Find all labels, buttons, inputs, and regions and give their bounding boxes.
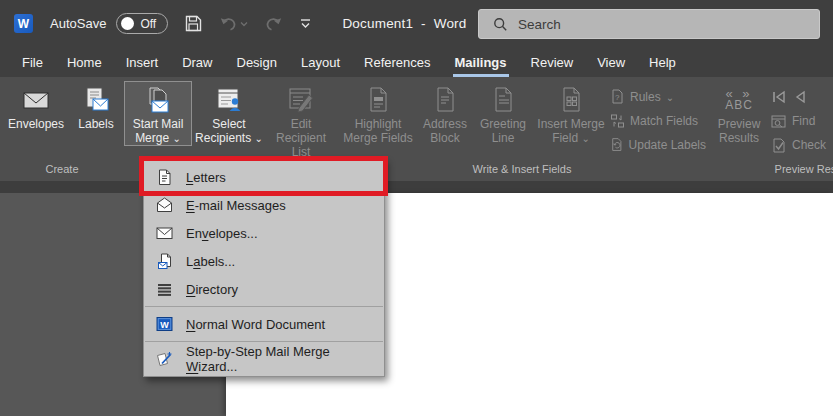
- address-block-label: Address Block: [416, 117, 474, 145]
- first-record-icon[interactable]: [771, 90, 787, 104]
- preview-results-button[interactable]: « » ABC Preview Results: [710, 81, 768, 145]
- undo-dropdown-chevron-icon[interactable]: [240, 21, 248, 27]
- document-canvas: [0, 193, 833, 416]
- group-label-write-insert-fields: Write & Insert Fields: [338, 162, 706, 181]
- preview-results-icon: « » ABC: [725, 83, 753, 117]
- tab-review[interactable]: Review: [519, 47, 586, 77]
- address-block-button[interactable]: Address Block: [416, 81, 474, 145]
- find-recipient-button[interactable]: Find: [771, 109, 826, 133]
- autosave-state: Off: [140, 17, 156, 31]
- word-app-icon[interactable]: W: [14, 14, 33, 33]
- insert-merge-field-icon: [556, 83, 586, 117]
- preview-nav-buttons: Find Check: [771, 81, 826, 157]
- redo-icon: [264, 16, 283, 32]
- previous-record-icon[interactable]: [793, 90, 806, 104]
- group-label-create: Create: [4, 162, 120, 181]
- directory-list-icon: [156, 281, 173, 298]
- search-icon: [493, 17, 508, 32]
- check-for-errors-label: Check: [792, 138, 826, 152]
- chevron-down-icon: ⌄: [254, 133, 262, 144]
- tab-layout[interactable]: Layout: [289, 47, 352, 77]
- save-button[interactable]: [184, 14, 203, 33]
- word-document-icon: W: [156, 316, 173, 333]
- check-for-errors-icon: [771, 138, 787, 153]
- autosave-label: AutoSave: [50, 16, 106, 31]
- highlight-merge-fields-button[interactable]: Highlight Merge Fields: [340, 81, 416, 145]
- envelope-icon: [21, 83, 51, 117]
- insert-merge-field-label: Insert Merge Field: [537, 117, 604, 145]
- quick-access-toolbar-chevron-icon[interactable]: [299, 19, 312, 29]
- match-fields-button[interactable]: Match Fields: [610, 109, 706, 133]
- tab-draw[interactable]: Draw: [170, 47, 224, 77]
- start-mail-merge-button[interactable]: Start Mail Merge ⌄: [124, 81, 192, 146]
- titlebar: W AutoSave Off Document1 - Word: [0, 0, 833, 47]
- envelope-icon: [156, 225, 173, 242]
- tab-insert[interactable]: Insert: [114, 47, 171, 77]
- ribbon-bottom-shadow: [0, 181, 833, 193]
- update-labels-button[interactable]: Update Labels: [610, 133, 706, 157]
- tab-mailings[interactable]: Mailings: [443, 47, 519, 77]
- rules-icon: ?: [610, 89, 625, 105]
- edit-recipient-list-label: Edit Recipient List: [266, 117, 336, 159]
- undo-button[interactable]: [219, 16, 238, 32]
- undo-icon: [219, 16, 238, 32]
- menu-separator: [145, 306, 383, 307]
- tab-file[interactable]: File: [10, 47, 55, 77]
- update-labels-icon: [610, 137, 624, 153]
- autosave-toggle[interactable]: Off: [116, 13, 168, 34]
- check-for-errors-button[interactable]: Check: [771, 133, 826, 157]
- match-fields-label: Match Fields: [630, 114, 698, 128]
- tab-home[interactable]: Home: [55, 47, 114, 77]
- highlight-merge-fields-icon: [363, 83, 393, 117]
- greeting-line-button[interactable]: Greeting Line: [474, 81, 532, 145]
- write-insert-small-buttons: ? Rules ⌄ Match Fields Update Labels: [610, 81, 706, 157]
- select-recipients-icon: [214, 83, 244, 117]
- envelopes-button[interactable]: Envelopes: [4, 81, 68, 131]
- menu-item-step-by-step-wizard[interactable]: Step-by-Step Mail Merge Wizard...: [144, 345, 384, 373]
- find-recipient-label: Find: [792, 114, 815, 128]
- envelopes-label: Envelopes: [8, 117, 64, 131]
- insert-merge-field-button[interactable]: Insert Merge Field ⌄: [532, 81, 610, 146]
- find-recipient-icon: [771, 114, 787, 129]
- update-labels-label: Update Labels: [629, 138, 706, 152]
- start-mail-merge-icon: [143, 83, 173, 117]
- group-write-insert-fields: Highlight Merge Fields Address Block Gre…: [338, 77, 706, 181]
- edit-recipient-list-button[interactable]: Edit Recipient List: [266, 81, 336, 159]
- rules-button[interactable]: ? Rules ⌄: [610, 85, 706, 109]
- select-recipients-label: Select Recipients: [195, 117, 251, 145]
- menu-separator: [145, 341, 383, 342]
- search-input[interactable]: [518, 17, 788, 32]
- menu-item-directory[interactable]: Directory: [144, 275, 384, 303]
- word-window: W AutoSave Off Document1 - Word File Hom: [0, 0, 833, 416]
- highlight-box: [139, 156, 388, 196]
- menu-item-envelopes[interactable]: Envelopes...: [144, 219, 384, 247]
- group-create: Envelopes Labels Create: [4, 77, 120, 181]
- tab-references[interactable]: References: [352, 47, 442, 77]
- rules-label: Rules: [630, 90, 661, 104]
- save-icon: [184, 14, 203, 33]
- toggle-knob-icon: [121, 17, 134, 30]
- highlight-merge-fields-label: Highlight Merge Fields: [340, 117, 416, 145]
- svg-text:?: ?: [615, 93, 620, 102]
- greeting-line-label: Greeting Line: [474, 117, 532, 145]
- preview-results-label: Preview Results: [710, 117, 768, 145]
- group-label-preview-results: Preview Results: [708, 162, 833, 181]
- address-block-icon: [430, 83, 460, 117]
- menu-item-labels[interactable]: Labels...: [144, 247, 384, 275]
- search-box[interactable]: [478, 9, 820, 39]
- labels-icon: [81, 83, 111, 117]
- mail-merge-wizard-icon: [156, 351, 173, 368]
- chevron-down-icon: ⌄: [172, 133, 180, 144]
- redo-button[interactable]: [264, 16, 283, 32]
- tab-design[interactable]: Design: [225, 47, 289, 77]
- label-page-envelope-icon: [156, 253, 173, 270]
- document-title: Document1 - Word: [342, 16, 466, 31]
- menu-item-normal-word-document[interactable]: W Normal Word Document: [144, 310, 384, 338]
- ribbon-tabs: File Home Insert Draw Design Layout Refe…: [0, 47, 833, 77]
- select-recipients-button[interactable]: Select Recipients ⌄: [192, 81, 266, 146]
- tab-view[interactable]: View: [585, 47, 637, 77]
- chevron-down-icon: ⌄: [581, 133, 589, 144]
- labels-button[interactable]: Labels: [72, 81, 120, 131]
- greeting-line-icon: [488, 83, 518, 117]
- tab-help[interactable]: Help: [637, 47, 688, 77]
